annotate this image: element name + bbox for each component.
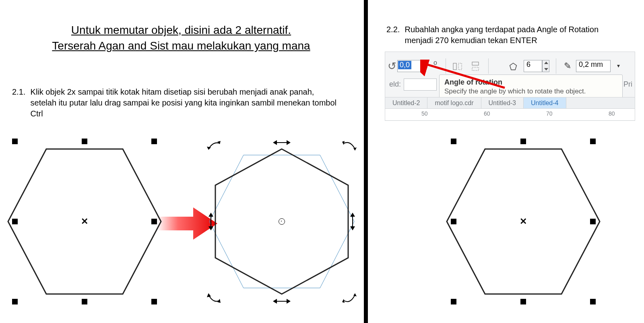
skew-handle-icon[interactable] [273, 297, 291, 305]
object-center-marker: ✕ [81, 216, 88, 227]
skew-handle-icon[interactable] [207, 213, 215, 230]
outline-width-value: 0,2 mm [579, 60, 603, 68]
tutorial-title: Untuk memutar objek, disini ada 2 altern… [16, 22, 346, 54]
document-tabs: Untitled-2 motif logo.cdr Untitled-3 Unt… [385, 97, 635, 109]
separator-icon [488, 58, 489, 74]
resize-handle[interactable] [520, 139, 526, 144]
polygon-sides-input[interactable]: 6 [524, 60, 542, 72]
rotate-handle-icon[interactable] [341, 139, 358, 152]
tooltip-description: Specify the angle by which to rotate the… [444, 87, 617, 95]
resize-handle[interactable] [151, 139, 157, 144]
ruler-tick: 70 [546, 110, 553, 117]
resize-handle[interactable] [590, 139, 596, 144]
svg-marker-4 [510, 63, 517, 70]
tab-untitled-4[interactable]: Untitled-4 [524, 97, 566, 109]
title-line2: Terserah Agan and Sist mau melakukan yan… [52, 39, 310, 52]
hexagon-selected-resize: ✕ [4, 133, 165, 310]
step-2-1-number: 2.1. [12, 87, 28, 97]
svg-rect-2 [472, 62, 479, 65]
resize-handle[interactable] [12, 219, 18, 224]
sides-spinner[interactable] [542, 60, 549, 72]
resize-handle[interactable] [590, 219, 596, 224]
eld-input[interactable] [404, 79, 437, 91]
hexagon-rotate-mode [201, 133, 362, 310]
svg-rect-3 [472, 67, 479, 70]
resize-handle[interactable] [451, 219, 456, 224]
resize-handle[interactable] [590, 299, 596, 304]
rotation-icon: ↺ [388, 60, 396, 72]
angle-value-selected: 0,0 [398, 61, 411, 69]
title-line1: Untuk memutar objek, disini ada 2 altern… [71, 24, 291, 36]
tooltip-title: Angle of rotation [444, 78, 617, 87]
step-2-1: 2.1. Klik objek 2x sampai titik kotak hi… [12, 87, 346, 119]
svg-rect-1 [458, 63, 462, 70]
skew-handle-icon[interactable] [349, 213, 357, 230]
tab-motif-logo[interactable]: motif logo.cdr [427, 97, 481, 109]
step-2-2-text: Rubahlah angka yang terdapat pada Angle … [405, 24, 622, 46]
polygon-shape-icon[interactable] [506, 59, 520, 74]
rotate-handle-icon[interactable] [341, 292, 358, 305]
outline-width-input[interactable]: 0,2 mm [576, 60, 611, 72]
angle-tooltip: Angle of rotation Specify the angle by w… [439, 75, 623, 100]
step-2-2-number: 2.2. [386, 24, 402, 35]
degree-symbol: o [433, 59, 437, 66]
svg-rect-0 [453, 63, 456, 70]
resize-handle[interactable] [82, 139, 87, 144]
resize-handle[interactable] [82, 299, 87, 304]
skew-handle-icon[interactable] [273, 139, 291, 147]
resize-handle[interactable] [451, 299, 456, 304]
ruler-tick: 60 [484, 110, 490, 117]
vertical-divider [364, 0, 368, 323]
separator-icon [446, 58, 446, 74]
step-2-1-text: Klik objek 2x sampai titik kotak hitam d… [31, 87, 341, 119]
mirror-horizontal-icon[interactable] [450, 59, 465, 74]
object-center-marker: ✕ [520, 216, 527, 227]
resize-handle[interactable] [12, 299, 18, 304]
tab-untitled-2[interactable]: Untitled-2 [385, 97, 427, 109]
property-bar: ↺ 0,0 o 6 ✎ 0,2 mm ▾ eld: Pri Angle of r… [385, 52, 635, 121]
outline-width-dropdown-icon[interactable]: ▾ [617, 62, 620, 69]
mirror-vertical-icon[interactable] [468, 59, 483, 74]
pri-label: Pri [623, 80, 632, 89]
ruler-tick: 50 [421, 110, 428, 117]
ruler-tick: 80 [609, 110, 615, 117]
resize-handle[interactable] [451, 139, 456, 144]
step-2-2: 2.2. Rubahlah angka yang terdapat pada A… [386, 24, 628, 46]
eld-label: eld: [389, 80, 401, 89]
rotate-handle-icon[interactable] [205, 139, 223, 152]
rotation-center-marker[interactable] [279, 218, 285, 225]
resize-handle[interactable] [12, 139, 18, 144]
resize-handle[interactable] [151, 299, 157, 304]
horizontal-ruler: 50 60 70 80 [385, 108, 635, 120]
resize-handle[interactable] [520, 299, 526, 304]
tab-untitled-3[interactable]: Untitled-3 [481, 97, 524, 109]
resize-handle[interactable] [151, 219, 157, 224]
rotate-handle-icon[interactable] [205, 292, 223, 305]
outline-pen-icon[interactable]: ✎ [564, 61, 571, 71]
property-bar-row1: ↺ 0,0 o 6 ✎ 0,2 mm ▾ [385, 57, 635, 77]
hexagon-result: ✕ [443, 133, 604, 310]
separator-icon [556, 58, 556, 74]
polygon-sides-value: 6 [526, 60, 530, 68]
